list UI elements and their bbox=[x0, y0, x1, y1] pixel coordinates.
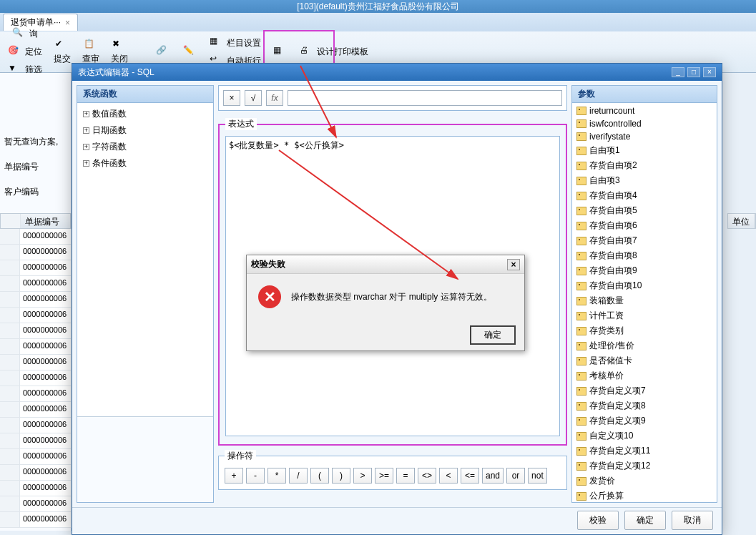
operator-button[interactable]: or bbox=[506, 468, 525, 484]
close-button[interactable]: × bbox=[703, 67, 716, 77]
parameter-item[interactable]: iswfcontrolled bbox=[574, 117, 715, 130]
tree-item[interactable]: +条件函数 bbox=[80, 155, 210, 172]
query-button[interactable]: 🔍询 bbox=[3, 26, 47, 43]
fx-button[interactable]: fx bbox=[266, 90, 283, 106]
table-row[interactable]: 0000000006 bbox=[0, 402, 72, 418]
operator-button[interactable]: <= bbox=[461, 468, 479, 484]
table-row[interactable]: 0000000006 bbox=[0, 276, 72, 292]
parameter-item[interactable]: 存货自由项2 bbox=[574, 158, 715, 173]
field-icon bbox=[576, 462, 586, 471]
minimize-button[interactable]: _ bbox=[672, 67, 684, 77]
parameter-item[interactable]: 存货自由项6 bbox=[574, 218, 715, 233]
table-row[interactable]: 0000000006 bbox=[0, 323, 72, 339]
parameter-item[interactable]: 存货自定义项7 bbox=[574, 383, 715, 398]
table-row[interactable]: 0000000006 bbox=[0, 245, 72, 260]
cancel-button[interactable]: 取消 bbox=[672, 511, 713, 530]
operator-button[interactable]: not bbox=[528, 468, 547, 484]
table-row[interactable]: 0000000006 bbox=[0, 386, 72, 402]
locate-button[interactable]: 🎯定位 bbox=[3, 44, 47, 61]
column-settings-button[interactable]: ▦栏目设置 bbox=[205, 34, 266, 51]
table-row[interactable]: 0000000006 bbox=[0, 418, 72, 433]
operator-button[interactable]: * bbox=[267, 468, 286, 484]
operator-button[interactable]: < bbox=[439, 468, 458, 484]
parameter-item[interactable]: 存货自由项10 bbox=[574, 278, 715, 293]
table-row[interactable]: 0000000006 bbox=[0, 449, 72, 465]
parameter-list[interactable]: ireturncountiswfcontrollediverifystate自由… bbox=[572, 103, 717, 502]
parameter-item[interactable]: 存货自由项8 bbox=[574, 248, 715, 263]
operator-button[interactable]: >= bbox=[375, 468, 393, 484]
tree-item[interactable]: +数值函数 bbox=[80, 106, 210, 122]
table-row[interactable]: 0000000006 bbox=[0, 512, 72, 528]
clear-button[interactable]: × bbox=[223, 90, 240, 106]
table-row[interactable]: 0000000006 bbox=[0, 370, 72, 386]
parameter-item[interactable]: 处理价/售价 bbox=[574, 338, 715, 353]
parameter-item[interactable]: 存货自定义项11 bbox=[574, 443, 715, 458]
table-row[interactable]: 0000000006 bbox=[0, 260, 72, 276]
operator-button[interactable]: ( bbox=[310, 468, 329, 484]
operator-button[interactable]: = bbox=[396, 468, 415, 484]
parameter-item[interactable]: 自定义项10 bbox=[574, 428, 715, 443]
parameter-item[interactable]: 存货自由项4 bbox=[574, 188, 715, 203]
operator-button[interactable]: / bbox=[289, 468, 308, 484]
parameter-item[interactable]: 存货自定义项12 bbox=[574, 458, 715, 473]
link-icon: 🔗 bbox=[156, 45, 170, 59]
parameter-item[interactable]: ireturncount bbox=[574, 104, 715, 117]
parameter-item[interactable]: 存货自由项5 bbox=[574, 203, 715, 218]
parameter-item[interactable]: iverifystate bbox=[574, 130, 715, 143]
field-icon bbox=[576, 207, 586, 215]
parameter-item[interactable]: 发货价 bbox=[574, 473, 715, 489]
tab-bar: 退货申请单··· × bbox=[0, 13, 756, 31]
parameter-item[interactable]: 公斤换算 bbox=[574, 489, 715, 502]
expression-toolbar: × √ fx bbox=[218, 85, 567, 111]
parameter-item[interactable]: 存货自由项7 bbox=[574, 233, 715, 248]
verify-button[interactable]: 校验 bbox=[577, 511, 619, 530]
table-row[interactable]: 0000000006 bbox=[0, 339, 72, 355]
parameter-item[interactable]: 自由项1 bbox=[574, 143, 715, 158]
tree-item[interactable]: +日期函数 bbox=[80, 122, 210, 139]
grid-header-billno[interactable]: 单据编号 bbox=[21, 214, 71, 228]
expand-icon[interactable]: + bbox=[83, 127, 89, 134]
expression-input[interactable] bbox=[288, 90, 562, 106]
error-ok-button[interactable]: 确定 bbox=[470, 325, 516, 345]
table-row[interactable]: 0000000006 bbox=[0, 481, 72, 496]
grid-header-unit[interactable]: 单位 bbox=[728, 214, 755, 228]
table-row[interactable]: 0000000006 bbox=[0, 292, 72, 308]
operator-button[interactable]: and bbox=[482, 468, 504, 484]
dialog-titlebar[interactable]: 表达式编辑器 - SQL _ □ × bbox=[72, 64, 722, 81]
apply-button[interactable]: √ bbox=[245, 90, 262, 106]
expand-icon[interactable]: + bbox=[83, 160, 89, 167]
maximize-button[interactable]: □ bbox=[687, 67, 700, 77]
parameter-item[interactable]: 考核单价 bbox=[574, 368, 715, 383]
target-icon: 🎯 bbox=[8, 45, 22, 59]
operator-button[interactable]: ) bbox=[332, 468, 350, 484]
parameter-item[interactable]: 存货自定义项8 bbox=[574, 398, 715, 413]
table-row[interactable]: 0000000006 bbox=[0, 308, 72, 323]
close-icon[interactable]: × bbox=[65, 18, 70, 28]
parameter-item[interactable]: 装箱数量 bbox=[574, 293, 715, 308]
field-icon bbox=[576, 252, 586, 260]
operator-button[interactable]: + bbox=[225, 468, 243, 484]
table-row[interactable]: 0000000006 bbox=[0, 355, 72, 370]
parameter-item[interactable]: 是否储值卡 bbox=[574, 353, 715, 368]
table-row[interactable]: 0000000006 bbox=[0, 229, 72, 245]
operator-button[interactable]: <> bbox=[418, 468, 436, 484]
grid-icon: ▦ bbox=[273, 45, 288, 59]
parameter-item[interactable]: 计件工资 bbox=[574, 308, 715, 323]
operator-button[interactable]: - bbox=[246, 468, 265, 484]
field-icon bbox=[576, 402, 586, 411]
close-button[interactable]: × bbox=[507, 259, 520, 270]
parameter-item[interactable]: 存货自定义项9 bbox=[574, 413, 715, 428]
tree-item[interactable]: +字符函数 bbox=[80, 139, 210, 155]
table-row[interactable]: 0000000006 bbox=[0, 465, 72, 481]
table-row[interactable]: 0000000006 bbox=[0, 496, 72, 512]
table-row[interactable]: 0000000006 bbox=[0, 433, 72, 449]
parameter-item[interactable]: 存货自由项9 bbox=[574, 263, 715, 278]
parameter-item[interactable]: 存货类别 bbox=[574, 323, 715, 338]
field-icon bbox=[576, 477, 586, 486]
expand-icon[interactable]: + bbox=[83, 144, 89, 150]
expand-icon[interactable]: + bbox=[83, 111, 89, 117]
ok-button[interactable]: 确定 bbox=[624, 511, 666, 530]
error-titlebar[interactable]: 校验失败 × bbox=[247, 255, 524, 274]
parameter-item[interactable]: 自由项3 bbox=[574, 173, 715, 188]
operator-button[interactable]: > bbox=[353, 468, 372, 484]
